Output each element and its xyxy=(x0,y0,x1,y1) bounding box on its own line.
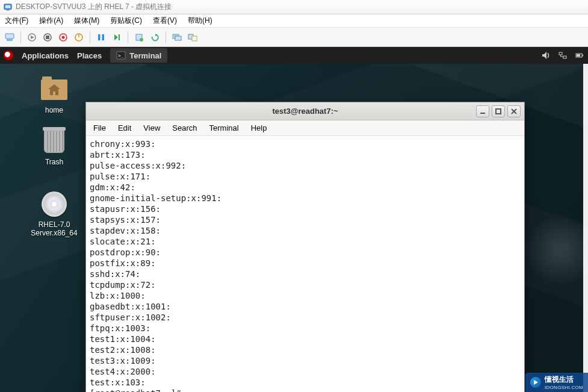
turn-off-button[interactable] xyxy=(42,31,54,43)
svg-point-10 xyxy=(62,36,65,39)
svg-rect-2 xyxy=(6,10,9,10)
terminal-menubar: File Edit View Search Terminal Help xyxy=(86,120,524,136)
folder-icon xyxy=(41,79,67,100)
desktop-icon-disc[interactable]: RHEL-7.0 Server.x86_64 xyxy=(18,191,90,237)
host-menu-view[interactable]: 查看(V) xyxy=(153,16,177,26)
host-menu-clipboard[interactable]: 剪贴板(C) xyxy=(110,16,142,26)
term-menu-terminal[interactable]: Terminal xyxy=(209,123,239,132)
term-menu-edit[interactable]: Edit xyxy=(118,123,131,132)
host-titlebar: DESKTOP-SVTVUU3 上的 RHEL 7 - 虚拟机连接 xyxy=(0,0,588,14)
svg-marker-37 xyxy=(534,380,538,385)
minimize-button[interactable] xyxy=(476,105,489,117)
desktop-icon-label: RHEL-7.0 Server.x86_64 xyxy=(18,220,90,237)
gnome-top-panel: Applications Places >_ Terminal xyxy=(0,47,588,64)
svg-rect-16 xyxy=(119,34,120,40)
svg-rect-34 xyxy=(496,109,501,114)
network-icon[interactable] xyxy=(558,51,568,60)
host-window-title: DESKTOP-SVTVUU3 上的 RHEL 7 - 虚拟机连接 xyxy=(16,2,172,12)
terminal-titlebar[interactable]: test3@readhat7:~ xyxy=(86,102,524,120)
svg-rect-4 xyxy=(7,39,13,41)
host-menubar: 文件(F) 操作(A) 媒体(M) 剪贴板(C) 查看(V) 帮助(H) xyxy=(0,14,588,28)
svg-rect-30 xyxy=(583,55,584,57)
shutdown-button[interactable] xyxy=(57,31,69,43)
start-button[interactable] xyxy=(26,31,38,43)
svg-marker-6 xyxy=(31,36,34,39)
desktop-icon-home[interactable]: home xyxy=(18,77,90,114)
desktop[interactable]: home Trash RHEL-7.0 Server.x86_64 test3@… xyxy=(0,64,588,392)
places-menu[interactable]: Places xyxy=(77,51,102,60)
terminal-icon: >_ xyxy=(116,51,126,60)
vm-icon xyxy=(4,3,12,11)
terminal-title: test3@readhat7:~ xyxy=(272,107,338,116)
terminal-window: test3@readhat7:~ File Edit View Search T… xyxy=(85,102,525,392)
svg-rect-21 xyxy=(175,36,181,40)
term-menu-file[interactable]: File xyxy=(93,123,106,132)
applications-menu[interactable]: Applications xyxy=(22,51,69,60)
active-window-indicator[interactable]: >_ Terminal xyxy=(110,48,167,63)
share-button[interactable] xyxy=(187,31,199,43)
svg-rect-3 xyxy=(5,34,14,39)
svg-rect-14 xyxy=(102,34,105,40)
trash-icon xyxy=(44,130,64,153)
watermark-logo-icon xyxy=(530,377,541,388)
desktop-icon-label: Trash xyxy=(18,158,90,166)
watermark-brand: 懂视生活 xyxy=(545,375,583,385)
revert-button[interactable] xyxy=(149,31,161,43)
svg-point-18 xyxy=(140,38,143,42)
pause-button[interactable] xyxy=(95,31,107,43)
terminal-output[interactable]: chrony:x:993: abrt:x:173: pulse-access:x… xyxy=(86,136,524,392)
watermark-domain: IDONGSHI.COM xyxy=(545,385,583,390)
host-menu-media[interactable]: 媒体(M) xyxy=(74,16,99,26)
enhanced-session-button[interactable] xyxy=(171,31,183,43)
close-button[interactable] xyxy=(507,105,521,117)
host-menu-help[interactable]: 帮助(H) xyxy=(188,16,212,26)
svg-marker-32 xyxy=(48,84,60,95)
host-toolbar xyxy=(0,28,588,47)
checkpoint-button[interactable] xyxy=(133,31,145,43)
term-menu-view[interactable]: View xyxy=(143,123,160,132)
svg-text:>_: >_ xyxy=(118,53,124,58)
disc-icon xyxy=(42,191,67,217)
term-menu-help[interactable]: Help xyxy=(251,123,267,132)
save-state-button[interactable] xyxy=(73,31,85,43)
volume-icon[interactable] xyxy=(541,51,551,60)
battery-icon[interactable] xyxy=(575,51,584,60)
svg-rect-8 xyxy=(46,36,49,39)
svg-rect-13 xyxy=(98,34,101,40)
watermark: 懂视生活 IDONGSHI.COM xyxy=(525,373,588,392)
svg-rect-27 xyxy=(559,52,562,55)
svg-marker-15 xyxy=(114,34,118,40)
desktop-icon-trash[interactable]: Trash xyxy=(18,129,90,166)
svg-marker-26 xyxy=(542,52,546,59)
host-menu-action[interactable]: 操作(A) xyxy=(39,16,63,26)
svg-rect-28 xyxy=(563,56,566,58)
term-menu-search[interactable]: Search xyxy=(172,123,197,132)
desktop-icon-label: home xyxy=(18,106,90,114)
svg-rect-31 xyxy=(577,54,580,57)
maximize-button[interactable] xyxy=(492,105,505,117)
reset-button[interactable] xyxy=(111,31,123,43)
svg-rect-1 xyxy=(5,5,11,8)
ctrl-alt-del-button[interactable] xyxy=(4,31,16,43)
guest-scrollbar[interactable] xyxy=(583,64,588,392)
svg-rect-23 xyxy=(192,36,197,41)
host-menu-file[interactable]: 文件(F) xyxy=(5,16,28,26)
rhel-logo-icon xyxy=(4,51,13,60)
